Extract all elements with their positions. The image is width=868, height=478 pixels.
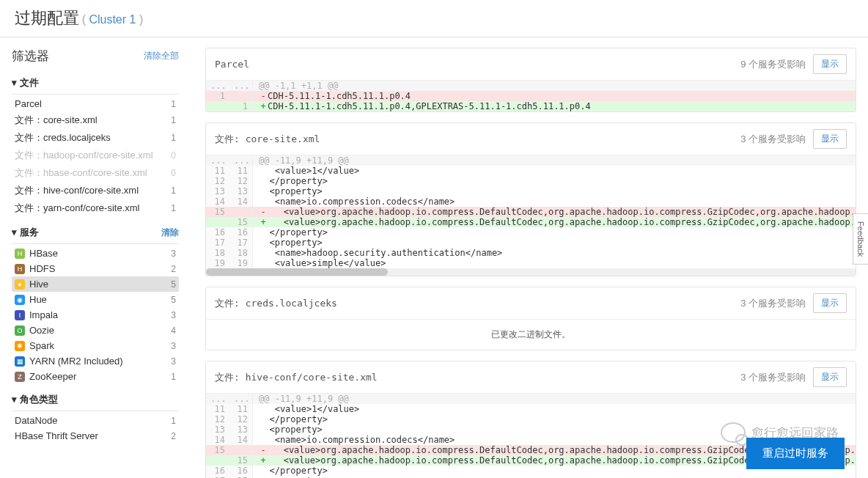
filter-item[interactable]: 文件：core-site.xml1 [12, 111, 179, 129]
gutter-new: ... [229, 81, 253, 91]
filter-item[interactable]: Parcel1 [12, 96, 179, 111]
filter-item-count: 0 [171, 150, 176, 161]
filter-item[interactable]: IImpala3 [12, 307, 179, 323]
diff-code: @@ -1,1 +1,1 @@ [253, 81, 856, 91]
diff-block: 文件: core-site.xml3 个服务受影响显示......@@ -11,… [205, 122, 856, 276]
clear-all-link[interactable]: 清除全部 [144, 50, 179, 62]
cluster-label: ( Cluster 1 ) [82, 13, 144, 26]
diff-code: </property> [253, 414, 856, 424]
diff-row: ......@@ -1,1 +1,1 @@ [206, 81, 856, 91]
gutter-old: 15 [206, 207, 229, 217]
filter-item[interactable]: ▦YARN (MR2 Included)3 [12, 353, 179, 369]
diff-title: 文件: creds.localjceks [215, 297, 337, 310]
diff-row: 1414 <name>io.compression.codecs</name> [206, 196, 856, 207]
gutter-old: 13 [206, 424, 229, 435]
diff-code: <property> [253, 238, 856, 248]
diff-row: 15- <value>org.apache.hadoop.io.compress… [206, 207, 856, 217]
diff-code: </property> [253, 227, 856, 238]
filter-item[interactable]: 文件：hadoop-conf/core-site.xml0 [12, 147, 179, 164]
filter-item[interactable]: ✱Spark3 [12, 338, 179, 353]
filter-item-label: 文件：hbase-conf/core-site.xml [15, 166, 147, 180]
filter-item[interactable]: ◉Hue5 [12, 292, 179, 307]
gutter-new: 11 [229, 404, 253, 414]
diff-block: 文件: creds.localjceks3 个服务受影响显示已更改二进制文件。 [205, 287, 856, 350]
filter-item[interactable]: 文件：creds.localjceks1 [12, 129, 179, 147]
sidebar: 筛选器 清除全部 ▾文件Parcel1文件：core-site.xml1文件：c… [0, 37, 191, 478]
page-title: 过期配置 [15, 9, 79, 27]
filter-section-title[interactable]: ▾服务 [12, 226, 39, 239]
filter-item[interactable]: HBase Thrift Server2 [12, 428, 179, 444]
binary-message: 已更改二进制文件。 [206, 320, 856, 350]
cluster-link[interactable]: Cluster 1 [89, 13, 136, 26]
caret-down-icon: ▾ [12, 77, 17, 88]
service-icon: I [15, 310, 25, 320]
gutter-old [206, 101, 229, 111]
filter-item[interactable]: HHBase3 [12, 246, 179, 261]
filter-item-label: Parcel [15, 98, 42, 109]
filter-item-count: 2 [171, 264, 176, 274]
service-icon: ● [15, 279, 25, 290]
diff-body: 已更改二进制文件。 [206, 320, 856, 350]
gutter-new: 11 [229, 166, 253, 176]
gutter-new: 16 [229, 227, 253, 238]
diff-title: 文件: core-site.xml [215, 133, 320, 146]
gutter-old: 17 [206, 238, 229, 248]
filter-item[interactable]: OOozie4 [12, 323, 179, 338]
filter-item-label: Impala [29, 309, 58, 320]
affected-count: 9 个服务受影响 [740, 58, 806, 71]
filter-item[interactable]: ●Hive5 [12, 276, 179, 292]
affected-count: 3 个服务受影响 [740, 371, 806, 384]
filter-item-label: 文件：core-site.xml [15, 114, 98, 127]
diff-row: 1+CDH-5.11.1-1.cdh5.11.1.p0.4,GPLEXTRAS-… [206, 101, 856, 111]
filter-item-count: 1 [171, 372, 176, 382]
scrollbar-thumb[interactable] [206, 268, 388, 276]
filter-item-label: Oozie [29, 325, 54, 336]
diff-block: Parcel9 个服务受影响显示......@@ -1,1 +1,1 @@1-C… [205, 48, 856, 112]
filter-item-count: 3 [171, 249, 176, 259]
gutter-new: 16 [229, 466, 253, 476]
clear-filter-link[interactable]: 清除 [161, 227, 179, 239]
diff-code: <value>1</value> [253, 166, 856, 176]
filter-item[interactable]: 文件：hive-conf/core-site.xml1 [12, 182, 179, 199]
filter-item[interactable]: 文件：yarn-conf/core-site.xml1 [12, 199, 179, 217]
diff-row: 1313 <property> [206, 186, 856, 196]
filter-item-count: 1 [171, 203, 176, 213]
filter-item-label: ZooKeeper [29, 371, 76, 382]
show-button[interactable]: 显示 [813, 129, 847, 149]
gutter-new: 12 [229, 414, 253, 424]
gutter-new: 17 [229, 238, 253, 248]
gutter-old: 14 [206, 435, 229, 445]
filter-item[interactable]: HHDFS2 [12, 261, 179, 276]
diff-row: 1212 </property> [206, 176, 856, 186]
filter-section-title[interactable]: ▾角色类型 [12, 393, 58, 406]
diff-code: <value>simple</value> [253, 258, 856, 268]
filter-item-label: YARN (MR2 Included) [29, 356, 123, 367]
gutter-old: 16 [206, 227, 229, 238]
diff-code: + <value>org.apache.hadoop.io.compress.D… [253, 217, 856, 227]
diff-title: 文件: hive-conf/core-site.xml [215, 371, 378, 384]
diff-code: +CDH-5.11.1-1.cdh5.11.1.p0.4,GPLEXTRAS-5… [253, 101, 856, 111]
diff-row: 1111 <value>1</value> [206, 404, 856, 414]
gutter-new: 13 [229, 186, 253, 196]
gutter-old: ... [206, 155, 229, 166]
diff-row: ......@@ -11,9 +11,9 @@ [206, 155, 856, 166]
show-button[interactable]: 显示 [813, 367, 847, 387]
horizontal-scrollbar[interactable] [206, 268, 856, 276]
caret-down-icon: ▾ [12, 227, 17, 238]
gutter-old: ... [206, 81, 229, 91]
restart-stale-services-button[interactable]: 重启过时服务 [746, 438, 845, 469]
filter-item[interactable]: ZZooKeeper1 [12, 369, 179, 384]
diff-code: @@ -11,9 +11,9 @@ [253, 394, 856, 404]
filter-item-count: 1 [171, 99, 176, 109]
show-button[interactable]: 显示 [813, 54, 847, 74]
show-button[interactable]: 显示 [813, 293, 847, 313]
diff-code: <property> [253, 424, 856, 435]
gutter-new: 1 [229, 101, 253, 111]
feedback-tab[interactable]: Feedback [853, 213, 868, 265]
gutter-new: 19 [229, 258, 253, 268]
gutter-old: 12 [206, 414, 229, 424]
filter-item[interactable]: 文件：hbase-conf/core-site.xml0 [12, 164, 179, 182]
filter-section-title[interactable]: ▾文件 [12, 76, 39, 89]
filter-item-count: 1 [171, 416, 176, 426]
filter-item[interactable]: DataNode1 [12, 413, 179, 428]
